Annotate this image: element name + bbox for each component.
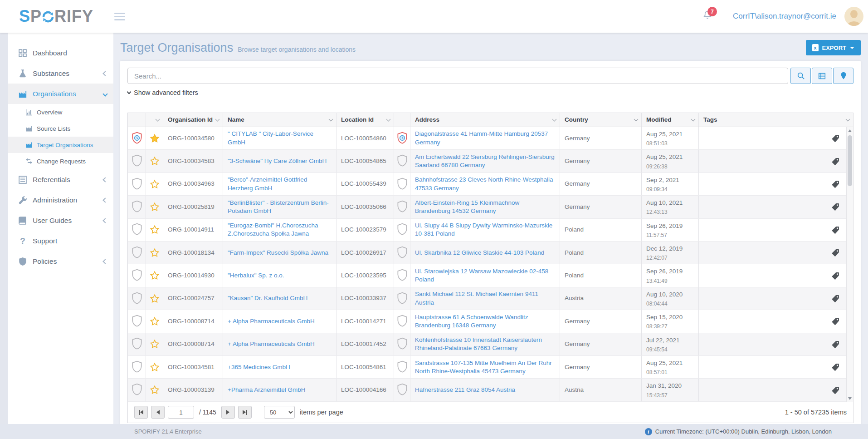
show-advanced-filters-toggle[interactable]: Show advanced filters [127, 89, 198, 96]
table-scrollbar[interactable] [846, 127, 853, 402]
address-link[interactable]: Kohlenhofstrasse 10 Innenstadt Kaisersla… [415, 336, 555, 352]
star-outline-icon[interactable] [150, 225, 160, 235]
column-header-location-id[interactable]: Location Id [336, 113, 394, 127]
tag-icon[interactable] [832, 272, 839, 280]
organisation-name-link[interactable]: "Eurogaz-Bombi" H.Choroszucha Z.Choroszu… [228, 222, 332, 238]
address-link[interactable]: Ul. Slupy 44 B Slupy Dywity Warminsko-Ma… [415, 222, 555, 238]
tag-icon[interactable] [832, 226, 839, 234]
star-outline-icon[interactable] [150, 385, 160, 395]
tag-icon[interactable] [832, 158, 839, 165]
organisation-name-link[interactable]: "BerlinBlister" - Blisterzentrum Berlin-… [228, 199, 332, 215]
user-avatar[interactable] [844, 7, 863, 26]
sidebar-item-source-lists[interactable]: Source Lists [8, 120, 113, 137]
address-link[interactable]: Sandstrasse 107-135 Mitte Muelheim An De… [415, 359, 555, 375]
star-outline-icon[interactable] [150, 179, 160, 189]
organisation-name-link[interactable]: +Pharma Arzneimittel GmbH [228, 386, 305, 394]
tag-icon[interactable] [832, 249, 839, 256]
star-outline-icon[interactable] [150, 271, 160, 281]
sidebar-item-dashboard[interactable]: Dashboard [8, 43, 113, 63]
column-menu-chevron-icon[interactable] [156, 117, 160, 121]
column-header-address[interactable]: Address [410, 113, 560, 127]
column-menu-chevron-icon[interactable] [329, 117, 333, 121]
address-link[interactable]: Albert-Einstein-Ring 15 Kleinmachnow Bra… [415, 199, 555, 215]
tag-icon[interactable] [832, 386, 839, 394]
sidebar-item-change-requests[interactable]: Change Requests [8, 153, 113, 169]
tag-icon[interactable] [832, 317, 839, 325]
search-input[interactable] [127, 68, 788, 84]
column-header-country[interactable]: Country [560, 113, 642, 127]
column-header-col-1[interactable] [146, 113, 163, 127]
address-link[interactable]: Ul. Starowiejska 12 Warsaw Mazowieckie 0… [415, 267, 555, 284]
column-header-organisation-id[interactable]: Organisation Id [163, 113, 223, 127]
sidebar-item-support[interactable]: ?Support [8, 231, 113, 251]
address-link[interactable]: Hauptstrasse 61 A Schoenwalde Wandlitz B… [415, 313, 555, 330]
tag-icon[interactable] [832, 203, 839, 211]
address-link[interactable]: Diagonalstrasse 41 Hamm-Mitte Hamburg 20… [415, 130, 555, 146]
tag-icon[interactable] [832, 134, 839, 142]
notifications-bell-icon[interactable]: 7 [702, 10, 713, 23]
column-header-tags[interactable]: Tags [699, 113, 853, 127]
organisation-name-link[interactable]: "Herbalux" Sp. z o.o. [228, 271, 284, 280]
star-outline-icon[interactable] [150, 294, 160, 304]
sidebar-item-referentials[interactable]: Referentials [8, 169, 113, 190]
table-view-button[interactable] [812, 68, 832, 84]
sidebar-item-organisations[interactable]: Organisations [8, 84, 113, 104]
scrollbar-thumb[interactable] [848, 135, 852, 186]
column-menu-chevron-icon[interactable] [691, 117, 696, 121]
organisation-name-link[interactable]: +365 Medicines GmbH [228, 363, 290, 371]
page-number-input[interactable] [168, 406, 194, 419]
column-menu-chevron-icon[interactable] [386, 117, 391, 121]
sidebar-item-substances[interactable]: Substances [8, 63, 113, 84]
next-page-button[interactable] [221, 406, 235, 419]
tag-icon[interactable] [832, 180, 839, 188]
tag-icon[interactable] [832, 340, 839, 348]
sync-circle-icon [41, 10, 55, 24]
star-outline-icon[interactable] [150, 156, 160, 166]
country-cell: Germany [560, 173, 642, 195]
items-per-page-select[interactable]: 50 [264, 406, 295, 419]
star-outline-icon[interactable] [150, 202, 160, 212]
organisation-name-link[interactable]: "3-Schwäne" Hy Care Zöllner GmbH [228, 157, 327, 165]
hamburger-menu-icon[interactable] [114, 13, 125, 20]
column-menu-chevron-icon[interactable] [552, 117, 557, 121]
sidebar-item-user-guides[interactable]: User Guides [8, 210, 113, 231]
export-button[interactable]: x EXPORT [806, 40, 861, 55]
user-account-menu[interactable]: CorrIT\alison.traynor@corrit.ie [733, 12, 836, 21]
sidebar-item-policies[interactable]: Policies [8, 251, 113, 271]
organisation-name-link[interactable]: "Farm-Impex" Rusecki Spółka Jawna [228, 249, 328, 257]
address-link[interactable]: Am Eichertswald 22 Siersburg Rehlingen-S… [415, 153, 555, 169]
organisation-name-link[interactable]: + Alpha Pharmaceuticals GmbH [228, 317, 315, 326]
column-menu-chevron-icon[interactable] [634, 117, 639, 121]
star-outline-icon[interactable] [150, 362, 160, 372]
last-page-button[interactable] [238, 406, 252, 419]
column-header-modified[interactable]: Modified [642, 113, 699, 127]
previous-page-button[interactable] [151, 406, 165, 419]
scroll-up-arrow-icon[interactable] [848, 129, 852, 132]
first-page-button[interactable] [134, 406, 148, 419]
address-link[interactable]: Bahnhofstrasse 23 Cleves North Rhine-Wes… [415, 176, 555, 192]
scroll-down-arrow-icon[interactable] [848, 397, 852, 400]
search-button[interactable] [790, 68, 811, 84]
sidebar-item-overview[interactable]: Overview [8, 104, 113, 120]
organisation-name-link[interactable]: "Berco"-Arzneimittel Gottfried Herzberg … [228, 176, 332, 192]
column-header-name[interactable]: Name [223, 113, 336, 127]
organisation-name-link[interactable]: "Kausan" Dr. Kaufhold GmbH [228, 294, 307, 302]
map-view-button[interactable] [833, 68, 853, 84]
star-outline-icon[interactable] [150, 316, 160, 326]
organisation-name-link[interactable]: + Alpha Pharmaceuticals GmbH [228, 340, 315, 348]
address-link[interactable]: Sankt Michael 112 St. Michael Kaernten 9… [415, 290, 555, 306]
sidebar-item-administration[interactable]: Administration [8, 190, 113, 210]
sidebar-item-target-organisations[interactable]: Target Organisations [8, 137, 113, 153]
star-outline-icon[interactable] [150, 248, 160, 258]
tag-icon[interactable] [832, 363, 839, 371]
star-filled-icon[interactable] [150, 133, 160, 143]
organisation-name-link[interactable]: " CITYLAB " City-Labor-Service GmbH [228, 130, 332, 146]
shield-icon [396, 315, 408, 328]
app-logo[interactable]: SP RIFY [19, 7, 93, 26]
column-menu-chevron-icon[interactable] [215, 117, 220, 121]
address-link[interactable]: Hafnerstrasse 211 Graz 8054 Austria [415, 386, 515, 394]
tag-icon[interactable] [832, 295, 839, 302]
star-outline-icon[interactable] [150, 339, 160, 349]
address-link[interactable]: Ul. Skarbnika 12 Gliwice Slaskie 44-103 … [415, 249, 544, 257]
column-menu-chevron-icon[interactable] [846, 117, 850, 121]
